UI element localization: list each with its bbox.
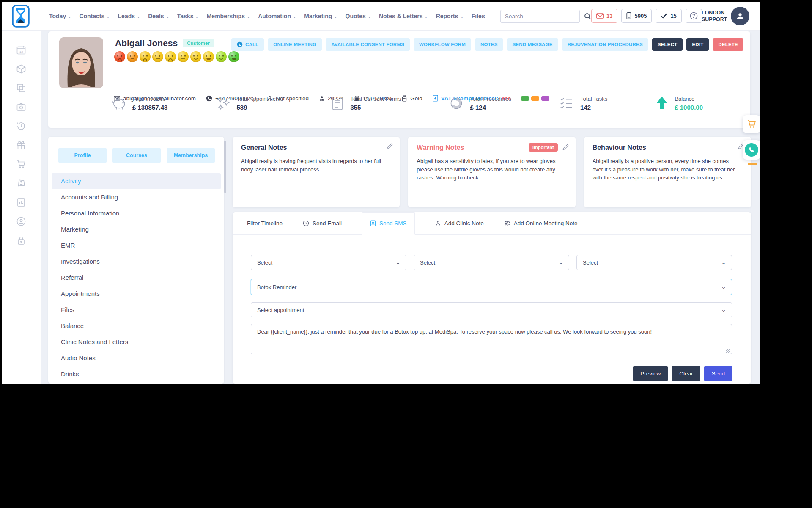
gift-icon[interactable] [16, 140, 26, 150]
profile-section-item[interactable]: Investigations [52, 254, 221, 270]
panel-tab[interactable]: Courses [112, 148, 161, 163]
help-button[interactable] [686, 9, 702, 23]
lock-icon[interactable] [16, 235, 26, 246]
panel-tab[interactable]: Profile [58, 148, 107, 163]
profile-section-item[interactable]: Clinic Notes and Letters [52, 334, 221, 350]
edit-button[interactable]: EDIT [686, 38, 709, 51]
profile-section-item[interactable]: Appointments [52, 286, 221, 302]
sms-message-textarea[interactable]: Dear {{client_name}}, just a reminder th… [251, 324, 732, 354]
rating-emoji-icon[interactable] [165, 51, 176, 62]
user-avatar[interactable] [731, 7, 749, 25]
sms-template-dropdown[interactable]: Botox Reminder ⌄ [251, 279, 732, 295]
chevron-down-icon: ⌄ [721, 284, 726, 290]
profile-section-item[interactable]: Referral [52, 270, 221, 286]
edit-pencil-icon[interactable] [386, 143, 393, 150]
stat-total-invoices: Total Invoices£ 130857.43 [111, 96, 167, 111]
calendar-icon[interactable]: 12 [16, 45, 26, 55]
rating-emoji-icon[interactable] [216, 51, 227, 62]
appointment-dropdown[interactable]: Select appointment ⌄ [251, 302, 732, 318]
select-button[interactable]: SELECT [652, 38, 683, 51]
products-cube-icon[interactable] [16, 64, 26, 74]
menu-item[interactable]: Contacts ⌄ [79, 13, 110, 19]
cart-icon[interactable] [16, 159, 26, 169]
main-menu: Today ⌄ Contacts ⌄ Leads ⌄ Deals ⌄ [49, 13, 485, 19]
rating-emoji-icon[interactable] [178, 51, 189, 62]
photos-icon[interactable] [16, 102, 26, 112]
stat-total-consent-forms: Total Consent Forms355 [330, 96, 401, 111]
menu-item[interactable]: Marketing ⌄ [304, 13, 337, 19]
support-user-icon[interactable] [16, 216, 26, 226]
tab-add-clinic-note[interactable]: Add Clinic Note [435, 212, 484, 234]
menu-item[interactable]: Reports ⌄ [436, 13, 464, 19]
copy-layers-icon[interactable] [16, 83, 26, 93]
menu-item[interactable]: Tasks ⌄ [177, 13, 199, 19]
tasks-badge[interactable]: 15 [656, 9, 681, 23]
delete-button[interactable]: DELETE [713, 38, 743, 51]
tab-send-sms[interactable]: Send SMS [362, 212, 415, 235]
search-icon[interactable] [584, 10, 591, 22]
profile-section-item[interactable]: EMR [52, 237, 221, 254]
client-photo[interactable] [59, 37, 103, 88]
edit-pencil-icon[interactable] [562, 144, 569, 151]
action-button[interactable]: SEND MESSAGE [507, 38, 558, 51]
report-chart-icon[interactable] [16, 197, 26, 207]
account-menu[interactable]: LONDON SUPPORT [702, 7, 749, 25]
rating-emoji-icon[interactable] [190, 51, 201, 62]
profile-section-item[interactable]: Audio Notes [52, 350, 221, 366]
tab-filter-timeline[interactable]: Filter Timeline [247, 212, 283, 234]
location-label: LONDON SUPPORT [702, 9, 727, 23]
search-input[interactable] [501, 13, 584, 19]
rating-emoji-icon[interactable] [127, 51, 138, 62]
profile-section-item[interactable]: Personal Information [52, 205, 221, 221]
menu-item[interactable]: Memberships ⌄ [207, 13, 250, 19]
chevron-down-icon: ⌄ [165, 14, 170, 19]
menu-item[interactable]: Automation ⌄ [258, 13, 296, 19]
profile-section-item[interactable]: Files [52, 302, 221, 318]
history-icon[interactable] [16, 121, 26, 131]
rating-emoji-icon[interactable] [140, 51, 151, 62]
panel-scrollbar[interactable] [224, 141, 226, 193]
behaviour-notes-title: Behaviour Notes [593, 144, 743, 152]
panel-tab[interactable]: Memberships [167, 148, 215, 163]
menu-item[interactable]: Notes & Letters ⌄ [379, 13, 428, 19]
price-tag-icon[interactable] [16, 178, 26, 188]
profile-section-item[interactable]: Marketing [52, 221, 221, 237]
floating-widget-partial[interactable] [748, 163, 757, 165]
app-logo-hourglass-icon[interactable] [12, 5, 30, 28]
select-dropdown[interactable]: Select ⌄ [414, 255, 569, 270]
menu-item[interactable]: Quotes ⌄ [346, 13, 371, 19]
action-button[interactable]: REJUVENATION PROCEDURES [562, 38, 648, 51]
action-button[interactable]: AVAILABLE CONSENT FORMS [326, 38, 410, 51]
profile-section-item[interactable]: Activity [52, 173, 221, 189]
menu-item[interactable]: Leads ⌄ [118, 13, 141, 19]
menu-item[interactable]: Files ⌄ [472, 13, 485, 19]
select-dropdown[interactable]: Select ⌄ [576, 255, 732, 270]
select-dropdown[interactable]: Select ⌄ [251, 255, 406, 270]
rating-emoji-icon[interactable] [114, 51, 125, 62]
chevron-down-icon: ⌄ [721, 307, 726, 313]
action-button[interactable]: WORKFLOW FORM [414, 38, 471, 51]
profile-section-item[interactable]: Accounts and Billing [52, 189, 221, 205]
preview-button[interactable]: Preview [633, 366, 668, 381]
send-button[interactable]: Send [704, 366, 732, 381]
person-icon [735, 11, 745, 21]
chevron-down-icon: ⌄ [195, 14, 200, 19]
call-button[interactable]: CALL [231, 38, 264, 51]
tab-add-online-meeting-note[interactable]: Add Online Meeting Note [504, 212, 578, 234]
messages-badge[interactable]: 13 [591, 9, 617, 23]
rating-emoji-icon[interactable] [228, 51, 239, 62]
floating-cart-button[interactable] [743, 115, 760, 133]
action-button[interactable]: ONLINE MEETING [268, 38, 322, 51]
profile-section-item[interactable]: Balance [52, 318, 221, 334]
tab-send-email[interactable]: Send Email [303, 212, 342, 234]
clear-button[interactable]: Clear [672, 366, 700, 381]
phone-badge[interactable]: 5905 [621, 9, 652, 23]
menu-item[interactable]: Deals ⌄ [148, 13, 170, 19]
rating-emoji-icon[interactable] [203, 51, 214, 62]
rating-emoji-icon[interactable] [152, 51, 163, 62]
satisfaction-rating [114, 51, 239, 62]
profile-section-item[interactable]: Drinks [52, 366, 221, 382]
floating-whatsapp-button[interactable] [743, 140, 760, 160]
action-button[interactable]: NOTES [475, 38, 503, 51]
menu-item[interactable]: Today ⌄ [49, 13, 71, 19]
